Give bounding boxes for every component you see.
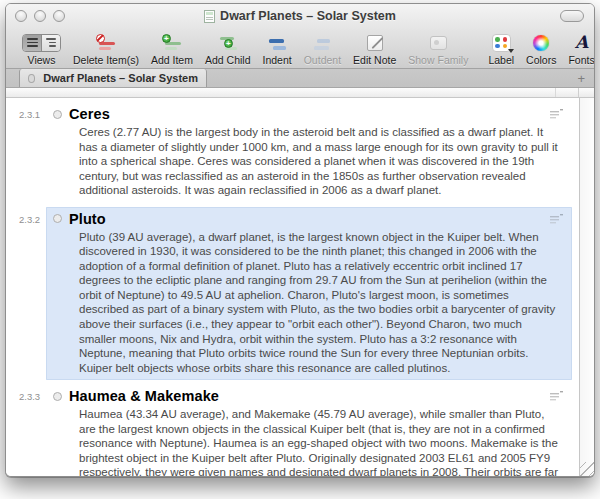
label-icon bbox=[492, 34, 511, 52]
outline-item-pluto[interactable]: 2.3.2 Pluto Pluto (39 AU average), a dwa… bbox=[6, 207, 579, 380]
tab-bar: Dwarf Planets – Solar System + bbox=[6, 68, 594, 88]
outline-item-haumea-makemake[interactable]: 2.3.3 Haumea & Makemake Haumea (43.34 AU… bbox=[6, 384, 579, 476]
strip-divider bbox=[555, 88, 556, 97]
outline-area: 2.3.1 Ceres Ceres (2.77 AU) is the large… bbox=[6, 98, 594, 476]
outline-content: 2.3.1 Ceres Ceres (2.77 AU) is the large… bbox=[6, 98, 579, 476]
vertical-scrollbar[interactable] bbox=[579, 98, 594, 476]
title-bar[interactable]: Dwarf Planets – Solar System bbox=[6, 4, 594, 28]
add-child-icon: + bbox=[218, 35, 238, 51]
window-chrome: Dwarf Planets – Solar System Views bbox=[6, 4, 594, 68]
edit-note-icon bbox=[367, 35, 383, 51]
item-bullet[interactable] bbox=[53, 110, 62, 119]
window-title: Dwarf Planets – Solar System bbox=[220, 9, 396, 23]
outdent-label: Outdent bbox=[304, 54, 341, 66]
item-title[interactable]: Ceres bbox=[69, 106, 110, 122]
color-wheel-icon bbox=[533, 35, 549, 51]
delete-items-icon bbox=[96, 35, 116, 51]
add-child-button[interactable]: + Add Child bbox=[199, 32, 257, 66]
tab-close-icon[interactable] bbox=[28, 74, 35, 83]
outline-item-ceres[interactable]: 2.3.1 Ceres Ceres (2.77 AU) is the large… bbox=[6, 102, 579, 203]
document-icon bbox=[204, 10, 215, 23]
close-icon[interactable] bbox=[15, 10, 27, 22]
fonts-label: Fonts bbox=[568, 54, 594, 66]
outline-view-icon[interactable] bbox=[42, 35, 60, 51]
colors-button[interactable]: Colors bbox=[520, 32, 562, 66]
title-group: Dwarf Planets – Solar System bbox=[6, 9, 594, 23]
new-tab-button[interactable]: + bbox=[577, 69, 594, 87]
indent-icon bbox=[267, 35, 287, 51]
minimize-icon[interactable] bbox=[34, 10, 46, 22]
item-body-text[interactable]: Haumea (43.34 AU average), and Makemake … bbox=[79, 407, 558, 476]
window-controls bbox=[15, 10, 65, 22]
label-button[interactable]: Label bbox=[482, 32, 520, 66]
item-body-text[interactable]: Pluto (39 AU average), a dwarf planet, i… bbox=[79, 230, 558, 375]
label-label: Label bbox=[488, 54, 514, 66]
item-number: 2.3.1 bbox=[6, 102, 46, 203]
views-segmented-control bbox=[22, 34, 61, 52]
column-header-strip bbox=[6, 88, 594, 98]
colors-label: Colors bbox=[526, 54, 556, 66]
edit-note-button[interactable]: Edit Note bbox=[347, 32, 402, 66]
note-icon[interactable] bbox=[550, 214, 563, 224]
item-bullet[interactable] bbox=[53, 392, 62, 401]
edit-note-label: Edit Note bbox=[353, 54, 396, 66]
show-family-icon bbox=[430, 36, 447, 50]
show-family-button: Show Family bbox=[402, 32, 474, 66]
outdent-button: Outdent bbox=[298, 32, 347, 66]
item-body-text[interactable]: Ceres (2.77 AU) is the largest body in t… bbox=[79, 125, 558, 198]
tab-dwarf-planets[interactable]: Dwarf Planets – Solar System bbox=[19, 69, 207, 87]
strip-divider bbox=[578, 88, 579, 97]
resize-grip[interactable] bbox=[580, 462, 594, 476]
delete-items-label: Delete Item(s) bbox=[73, 54, 139, 66]
chevron-down-icon bbox=[508, 49, 514, 53]
views-label: Views bbox=[28, 54, 56, 66]
toolbar-toggle-button[interactable] bbox=[560, 10, 584, 22]
outdent-icon bbox=[312, 35, 332, 51]
note-icon[interactable] bbox=[550, 109, 563, 119]
list-view-icon[interactable] bbox=[23, 35, 42, 51]
add-item-label: Add Item bbox=[151, 54, 193, 66]
app-window: Dwarf Planets – Solar System Views bbox=[5, 3, 595, 477]
fonts-button[interactable]: A Fonts bbox=[562, 32, 595, 66]
delete-items-button[interactable]: Delete Item(s) bbox=[67, 32, 145, 66]
zoom-icon[interactable] bbox=[53, 10, 65, 22]
item-number: 2.3.3 bbox=[6, 384, 46, 476]
tab-title: Dwarf Planets – Solar System bbox=[43, 72, 198, 84]
fonts-icon: A bbox=[575, 34, 588, 51]
indent-button[interactable]: Indent bbox=[257, 32, 298, 66]
item-title[interactable]: Pluto bbox=[69, 211, 106, 227]
add-item-button[interactable]: + Add Item bbox=[145, 32, 199, 66]
note-icon[interactable] bbox=[550, 391, 563, 401]
add-item-icon: + bbox=[162, 35, 182, 51]
item-number: 2.3.2 bbox=[6, 207, 46, 380]
item-bullet[interactable] bbox=[53, 214, 62, 223]
show-family-label: Show Family bbox=[408, 54, 468, 66]
views-button[interactable]: Views bbox=[16, 32, 67, 66]
toolbar: Views Delete Item(s) + bbox=[6, 28, 594, 68]
add-child-label: Add Child bbox=[205, 54, 251, 66]
indent-label: Indent bbox=[263, 54, 292, 66]
item-title[interactable]: Haumea & Makemake bbox=[69, 388, 219, 404]
